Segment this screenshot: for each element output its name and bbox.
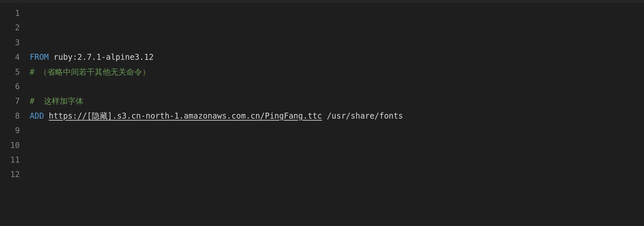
line-number: 9 bbox=[0, 123, 20, 138]
code-line[interactable]: # 这样加字体 bbox=[30, 94, 644, 108]
code-token: # 这样加字体 bbox=[30, 96, 83, 106]
code-token: FROM bbox=[30, 53, 49, 62]
code-line[interactable] bbox=[30, 6, 644, 20]
line-number: 8 bbox=[0, 109, 20, 123]
code-line[interactable] bbox=[30, 20, 644, 35]
code-token: # （省略中间若干其他无关命令） bbox=[30, 67, 150, 77]
code-line[interactable] bbox=[30, 167, 644, 182]
code-line[interactable] bbox=[30, 35, 644, 50]
code-token bbox=[44, 111, 48, 121]
code-token: ADD bbox=[30, 111, 44, 121]
code-line[interactable]: # （省略中间若干其他无关命令） bbox=[30, 65, 644, 79]
line-number: 11 bbox=[0, 153, 20, 167]
line-number: 4 bbox=[0, 50, 20, 64]
code-content[interactable]: FROM ruby:2.7.1-alpine3.12# （省略中间若干其他无关命… bbox=[30, 6, 644, 226]
line-number: 12 bbox=[0, 167, 20, 182]
line-number-gutter: 123456789101112 bbox=[0, 6, 30, 226]
editor-tab-strip bbox=[0, 0, 644, 3]
code-line[interactable] bbox=[30, 138, 644, 153]
line-number: 6 bbox=[0, 79, 20, 94]
line-number: 7 bbox=[0, 94, 20, 108]
line-number: 5 bbox=[0, 65, 20, 79]
code-line[interactable] bbox=[30, 79, 644, 94]
code-editor[interactable]: 123456789101112 FROM ruby:2.7.1-alpine3.… bbox=[0, 3, 644, 226]
code-line[interactable] bbox=[30, 123, 644, 138]
line-number: 1 bbox=[0, 6, 20, 20]
code-token: https://[隐藏].s3.cn-north-1.amazonaws.com… bbox=[49, 111, 322, 121]
code-token: ruby:2.7.1-alpine3.12 bbox=[49, 53, 154, 62]
line-number: 10 bbox=[0, 138, 20, 153]
line-number: 2 bbox=[0, 20, 20, 35]
code-line[interactable]: FROM ruby:2.7.1-alpine3.12 bbox=[30, 50, 644, 64]
line-number: 3 bbox=[0, 35, 20, 50]
code-token: /usr/share/fonts bbox=[322, 111, 403, 121]
code-line[interactable] bbox=[30, 153, 644, 167]
code-line[interactable]: ADD https://[隐藏].s3.cn-north-1.amazonaws… bbox=[30, 109, 644, 123]
